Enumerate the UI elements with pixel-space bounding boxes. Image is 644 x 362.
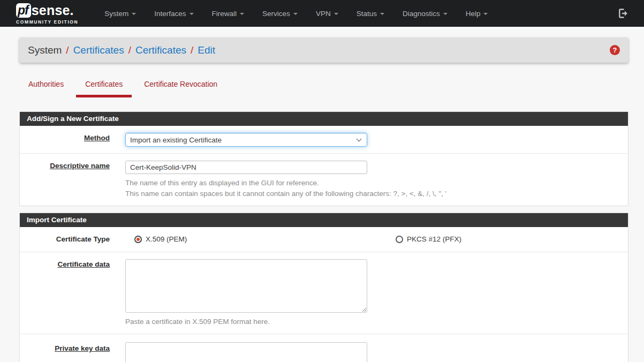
- chevron-down-icon: [293, 13, 298, 15]
- breadcrumb-separator: /: [191, 44, 193, 56]
- certificate-data-row: Certificate data Paste a certificate in …: [20, 252, 628, 334]
- chevron-down-icon: [483, 13, 488, 15]
- brand-name: sense.: [32, 3, 74, 18]
- descriptive-name-label: Descriptive name: [20, 162, 110, 170]
- breadcrumb: System / Certificates / Certificates / E…: [19, 37, 628, 63]
- chevron-down-icon: [380, 13, 384, 15]
- menu-services[interactable]: Services: [253, 2, 307, 26]
- top-navbar: pf sense. COMMUNITY EDITION System Inter…: [0, 0, 644, 27]
- certificate-type-label: Certificate Type: [20, 235, 110, 243]
- menu-interfaces[interactable]: Interfaces: [145, 2, 202, 26]
- certificate-data-textarea[interactable]: [125, 259, 367, 313]
- menu-status[interactable]: Status: [347, 2, 393, 26]
- panel-title: Add/Sign a New Certificate: [20, 112, 628, 126]
- pf-logo-mark: pf: [16, 3, 31, 18]
- sign-out-icon: [618, 8, 629, 19]
- breadcrumb-edit-link[interactable]: Edit: [198, 44, 215, 56]
- radio-x509-pem[interactable]: X.509 (PEM): [134, 235, 187, 243]
- main-menu: System Interfaces Firewall Services VPN …: [95, 2, 497, 26]
- method-row: Method Import an existing Certificate: [20, 126, 628, 154]
- menu-firewall[interactable]: Firewall: [203, 2, 254, 26]
- certificate-data-help: Paste a certificate in X.509 PEM format …: [125, 316, 620, 327]
- descriptive-name-help: The name of this entry as displayed in t…: [125, 178, 620, 199]
- logout-button[interactable]: [615, 5, 632, 22]
- certificate-tabs: Authorities Certificates Certificate Rev…: [19, 79, 628, 97]
- chevron-down-icon: [132, 13, 136, 15]
- descriptive-name-row: Descriptive name The name of this entry …: [20, 154, 628, 206]
- method-select[interactable]: Import an existing Certificate: [125, 133, 367, 147]
- radio-unselected-icon: [396, 236, 403, 243]
- tab-certificate-revocation[interactable]: Certificate Revocation: [135, 79, 226, 97]
- menu-vpn[interactable]: VPN: [307, 2, 347, 26]
- pfsense-logo[interactable]: pf sense. COMMUNITY EDITION: [16, 3, 78, 25]
- panel-import-certificate: Import Certificate Certificate Type X.50…: [19, 213, 628, 362]
- breadcrumb-certificates-tab-link[interactable]: Certificates: [135, 44, 186, 56]
- certificate-type-row: Certificate Type X.509 (PEM) PKCS #12 (P…: [20, 227, 628, 252]
- chevron-down-icon: [334, 13, 338, 15]
- radio-pkcs12-pfx[interactable]: PKCS #12 (PFX): [396, 235, 461, 243]
- private-key-data-row: Private key data: [20, 334, 628, 362]
- breadcrumb-system: System: [28, 44, 62, 56]
- certificate-data-label: Certificate data: [20, 260, 110, 268]
- brand-subtitle: COMMUNITY EDITION: [16, 19, 78, 25]
- private-key-data-label: Private key data: [20, 344, 110, 352]
- menu-diagnostics[interactable]: Diagnostics: [393, 2, 457, 26]
- chevron-down-icon: [190, 13, 194, 15]
- breadcrumb-separator: /: [66, 44, 69, 56]
- menu-system[interactable]: System: [95, 2, 145, 26]
- descriptive-name-input[interactable]: [125, 161, 367, 174]
- menu-help[interactable]: Help: [457, 2, 497, 26]
- private-key-data-textarea[interactable]: [125, 342, 367, 362]
- tab-authorities[interactable]: Authorities: [19, 79, 73, 97]
- breadcrumb-separator: /: [128, 44, 131, 56]
- help-icon[interactable]: ?: [610, 45, 620, 55]
- panel-add-sign-certificate: Add/Sign a New Certificate Method Import…: [19, 111, 628, 206]
- method-label: Method: [20, 134, 110, 142]
- chevron-down-icon: [443, 13, 448, 15]
- panel-title: Import Certificate: [20, 213, 628, 227]
- radio-selected-icon: [134, 236, 142, 243]
- breadcrumb-certificates-link[interactable]: Certificates: [73, 44, 124, 56]
- chevron-down-icon: [240, 13, 244, 15]
- tab-certificates[interactable]: Certificates: [76, 79, 132, 97]
